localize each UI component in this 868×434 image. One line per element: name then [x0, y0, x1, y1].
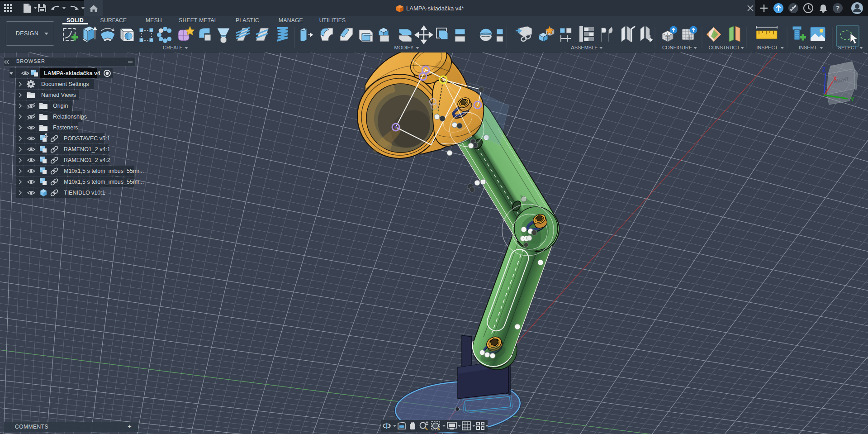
svg-text:?: ?	[836, 5, 840, 12]
svg-text:CONSTRUCT: CONSTRUCT	[708, 45, 740, 50]
svg-text:Z: Z	[822, 67, 825, 73]
svg-text:CONFIGURE: CONFIGURE	[662, 45, 692, 50]
svg-text:INSPECT: INSPECT	[756, 45, 778, 50]
svg-text:X: X	[833, 76, 837, 82]
svg-text:Y: Y	[850, 96, 854, 103]
svg-text:LAMPA-skladačka v4*: LAMPA-skladačka v4*	[406, 5, 464, 12]
svg-text:CREATE: CREATE	[163, 45, 183, 50]
svg-text:MODIFY: MODIFY	[394, 45, 414, 50]
svg-text:ASSEMBLE: ASSEMBLE	[571, 45, 598, 50]
svg-text:INSERT: INSERT	[799, 45, 817, 50]
